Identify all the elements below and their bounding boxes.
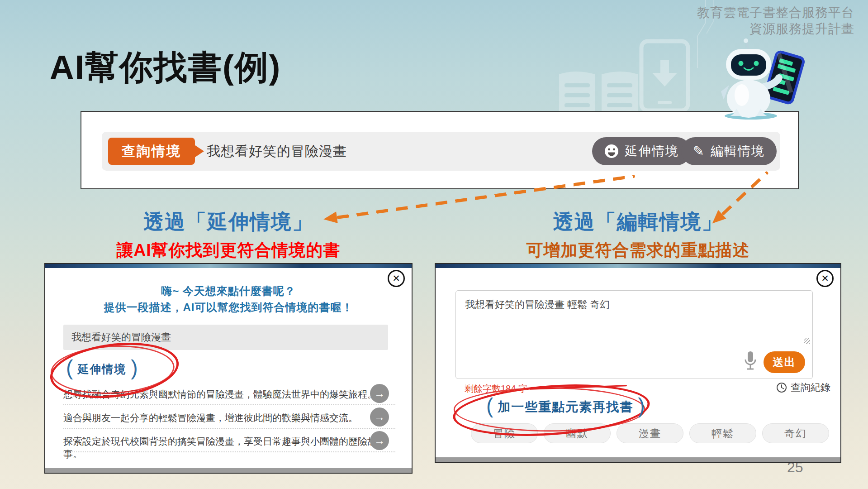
use-suggestion-button[interactable]: → <box>370 408 389 427</box>
pencil-icon: ✎ <box>693 144 705 158</box>
extend-action-link[interactable]: ( 延伸情境 ) <box>66 357 138 381</box>
search-panel: 查詢情境 我想看好笑的冒險漫畫 延伸情境 ✎ 編輯情境 <box>81 111 799 189</box>
modal-bottom-strip <box>436 457 840 462</box>
platform-name: 教育雲電子書整合服務平台 資源服務提升計畫 <box>697 5 854 38</box>
add-elements-label: 加一些重點元素再找書 <box>498 398 633 416</box>
suggestion-row: 探索設定於現代校園背景的搞笑冒險漫畫，享受日常趣事與小團體的歷險故事。 → <box>63 430 395 452</box>
paren-close: ) <box>131 357 138 381</box>
edit-heading: 透過「編輯情境」 <box>435 208 841 235</box>
greeting-line1: 嗨~ 今天想來點什麼書呢？ <box>45 284 412 298</box>
context-textarea[interactable]: 我想看好笑的冒險漫畫 輕鬆 奇幻 送出 <box>455 290 813 379</box>
microphone-icon <box>744 350 757 371</box>
tablet-download-icon <box>639 38 691 115</box>
microphone-button[interactable] <box>744 350 757 373</box>
submit-button[interactable]: 送出 <box>764 351 805 373</box>
robot-mascot <box>706 36 807 122</box>
keyword-tag[interactable]: 漫畫 <box>617 423 683 443</box>
add-elements-action-link[interactable]: ( 加一些重點元素再找書 ) <box>486 395 645 419</box>
arrowhead-icon <box>323 211 337 225</box>
extend-context-button[interactable]: 延伸情境 <box>592 137 691 165</box>
suggestion-row: 適合與朋友一起分享的輕鬆冒險漫畫，增進彼此間的歡樂與情感交流。 → <box>63 406 395 429</box>
submit-label: 送出 <box>773 355 796 369</box>
arrow-right-icon: → <box>374 387 385 400</box>
search-bar: 查詢情境 我想看好笑的冒險漫畫 延伸情境 ✎ 編輯情境 <box>102 132 780 171</box>
edit-subheading: 可增加更符合需求的重點描述 <box>435 239 841 262</box>
query-history-link[interactable]: 查詢紀錄 <box>776 381 830 394</box>
use-suggestion-button[interactable]: → <box>370 431 389 450</box>
remaining-chars: 剩餘字數184 字 <box>465 383 527 395</box>
use-suggestion-button[interactable]: → <box>370 384 389 403</box>
arrow-right-icon: → <box>374 411 385 423</box>
extend-action-label: 延伸情境 <box>77 362 126 377</box>
slide: 教育雲電子書整合服務平台 資源服務提升計畫 AI幫你找書(例) <box>0 0 868 489</box>
paren-open: ( <box>486 395 493 419</box>
suggestion-text: 適合與朋友一起分享的輕鬆冒險漫畫，增進彼此間的歡樂與情感交流。 <box>63 412 358 424</box>
edit-button-label: 編輯情境 <box>711 143 765 160</box>
edit-context-button[interactable]: ✎ 編輯情境 <box>681 137 777 165</box>
textarea-value: 我想看好笑的冒險漫畫 輕鬆 奇幻 <box>465 298 610 312</box>
paren-close: ) <box>638 395 645 419</box>
keyword-tag[interactable]: 輕鬆 <box>689 423 756 443</box>
close-button[interactable]: ✕ <box>816 270 834 287</box>
page-title: AI幫你找書(例) <box>50 45 281 91</box>
clock-icon <box>776 382 787 393</box>
keyword-tag[interactable]: 奇幻 <box>762 423 829 443</box>
extend-heading: 透過「延伸情境」 <box>44 208 413 235</box>
edit-context-modal: ✕ 我想看好笑的冒險漫畫 輕鬆 奇幻 送出 剩餘字數184 字 <box>435 263 841 463</box>
platform-line1: 教育雲電子書整合服務平台 <box>697 5 854 21</box>
smiley-icon <box>604 144 619 159</box>
modal-bottom-strip <box>45 468 412 473</box>
edit-section-heading: 透過「編輯情境」 可增加更符合需求的重點描述 <box>435 208 841 262</box>
extend-subheading: 讓AI幫你找到更符合情境的書 <box>44 239 413 262</box>
resize-handle-icon[interactable] <box>804 338 810 344</box>
close-icon: ✕ <box>821 273 829 284</box>
close-icon: ✕ <box>392 273 400 284</box>
arrow-right-icon: → <box>374 434 385 447</box>
platform-line2: 資源服務提升計畫 <box>697 21 854 37</box>
extend-button-label: 延伸情境 <box>625 143 679 160</box>
query-context-tag: 查詢情境 <box>108 138 195 165</box>
modal-top-strip <box>45 264 412 268</box>
suggestion-text: 探索設定於現代校園背景的搞笑冒險漫畫，享受日常趣事與小團體的歷險故事。 <box>63 435 395 460</box>
extend-context-modal: ✕ 嗨~ 今天想來點什麼書呢？ 提供一段描述，AI可以幫您找到符合情境的書喔！ … <box>44 263 413 474</box>
query-text: 我想看好笑的冒險漫畫 <box>207 132 347 171</box>
history-label: 查詢紀錄 <box>791 381 830 394</box>
modal-top-strip <box>436 264 840 268</box>
paren-open: ( <box>66 357 73 381</box>
greeting-line2: 提供一段描述，AI可以幫您找到符合情境的書喔！ <box>45 300 412 315</box>
